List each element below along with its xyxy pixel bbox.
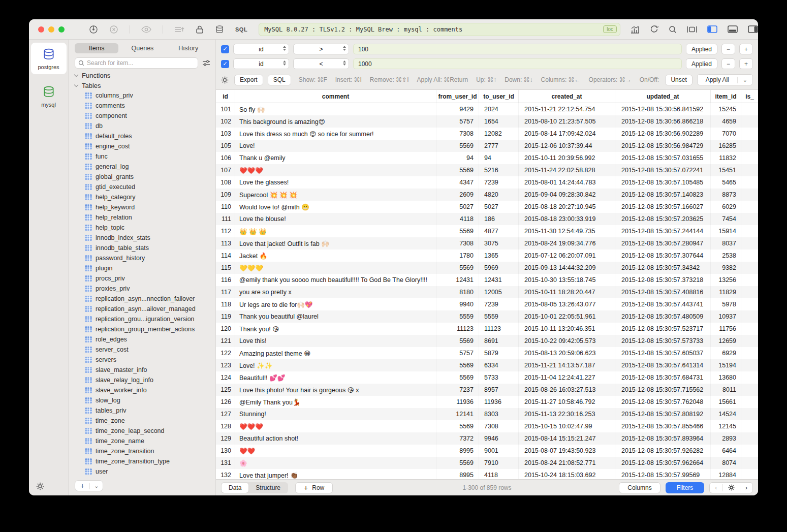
cell-is_[interactable] <box>741 140 758 152</box>
cell-comment[interactable]: Love this photo! Your hair is gorgeous 😘… <box>235 384 436 396</box>
cell-updated_at[interactable]: 2015-12-08 15:30:57.808192 <box>615 408 711 420</box>
cell-updated_at[interactable]: 2015-12-08 15:30:57.605037 <box>615 347 711 359</box>
cell-item_id[interactable]: 8074 <box>711 457 741 469</box>
table-row[interactable]: 122Amazing pastel theme 😁575758792015-08… <box>216 347 758 359</box>
table-row[interactable]: 107❤️❤️❤️556952162015-11-24 22:02:58.828… <box>216 164 758 176</box>
cell-updated_at[interactable]: 2015-12-08 15:30:57.715562 <box>615 384 711 396</box>
sidebar-table-item[interactable]: tables_priv <box>74 405 215 416</box>
cell-comment[interactable]: Jacket 🔥 <box>235 249 436 262</box>
cell-is_[interactable] <box>741 189 758 201</box>
cell-comment[interactable]: Thank you! 😘 <box>235 323 436 335</box>
filter-checkbox[interactable]: ✓ <box>221 60 229 68</box>
cell-created_at[interactable]: 2015-08-05 13:26:43.077 <box>519 298 615 310</box>
cell-from_user_id[interactable]: 12141 <box>436 408 479 420</box>
cell-from_user_id[interactable]: 5569 <box>436 359 479 371</box>
search-input[interactable]: Search for item... <box>75 57 198 69</box>
filter-applied-button[interactable]: Applied <box>686 44 717 54</box>
sidebar-table-item[interactable]: gtid_executed <box>74 182 215 192</box>
cell-created_at[interactable]: 2015-10-15 10:02:47.99 <box>519 420 615 432</box>
tab-items[interactable]: Items <box>75 43 118 53</box>
cell-created_at[interactable]: 2015-11-30 12:54:49.735 <box>519 225 615 237</box>
cell-updated_at[interactable]: 2015-12-08 15:30:56.841592 <box>615 103 711 115</box>
cell-from_user_id[interactable]: 8995 <box>436 469 479 479</box>
cell-item_id[interactable]: 13680 <box>711 371 741 384</box>
column-header-item_id[interactable]: item_id <box>711 90 741 103</box>
cell-is_[interactable] <box>741 176 758 189</box>
cell-comment[interactable]: ❤️❤️ <box>235 445 436 457</box>
sidebar-table-item[interactable]: role_edges <box>74 334 215 345</box>
cell-created_at[interactable]: 2015-10-11 20:39:56.992 <box>519 152 615 164</box>
cell-created_at[interactable]: 2015-11-04 12:24:41.227 <box>519 371 615 384</box>
cell-comment[interactable]: Love that jacket! Outfit is fab 🙌🏻 <box>235 237 436 249</box>
cell-comment[interactable]: Love that jumper! 👏🏾 <box>235 469 436 479</box>
cell-updated_at[interactable]: 2015-12-08 15:30:57.140823 <box>615 189 711 201</box>
cell-item_id[interactable]: 16285 <box>711 140 741 152</box>
cell-id[interactable]: 114 <box>216 249 235 262</box>
table-row[interactable]: 103Love this dress so much 😍 so nice for… <box>216 128 758 140</box>
cell-updated_at[interactable]: 2015-12-08 15:30:57.99569 <box>615 469 711 479</box>
cell-created_at[interactable]: 2015-12-06 10:37:39.44 <box>519 140 615 152</box>
table-row[interactable]: 101So fly 🙌🏻942920242015-11-21 22:12:54.… <box>216 103 758 115</box>
cell-comment[interactable]: Ur legs are to die for🙌🏻💖 <box>235 298 436 310</box>
cell-item_id[interactable]: 9382 <box>711 262 741 274</box>
cell-created_at[interactable]: 2015-10-24 18:15:03.692 <box>519 469 615 479</box>
table-row[interactable]: 108Love the glasses!434772392015-08-01 1… <box>216 176 758 189</box>
cell-from_user_id[interactable]: 5569 <box>436 371 479 384</box>
cell-is_[interactable] <box>741 310 758 323</box>
cell-is_[interactable] <box>741 128 758 140</box>
cell-to_user_id[interactable]: 5027 <box>479 201 519 213</box>
tab-data[interactable]: Data <box>222 483 248 493</box>
sidebar-table-item[interactable]: replication_group_member_actions <box>74 324 215 334</box>
sidebar-table-item[interactable]: engine_cost <box>74 141 215 151</box>
cell-id[interactable]: 127 <box>216 408 235 420</box>
cell-item_id[interactable]: 13256 <box>711 274 741 286</box>
cell-created_at[interactable]: 2015-08-18 20:27:10.945 <box>519 201 615 213</box>
cell-comment[interactable]: Love this! <box>235 335 436 347</box>
cell-comment[interactable]: 💛💛💛 <box>235 262 436 274</box>
cell-is_[interactable] <box>741 359 758 371</box>
cell-comment[interactable]: @emily thank you soooo much beautiful!!!… <box>235 274 436 286</box>
table-row[interactable]: 120Thank you! 😘11123111232015-10-11 13:2… <box>216 323 758 335</box>
minimize-window-button[interactable] <box>48 26 54 33</box>
cell-from_user_id[interactable]: 94 <box>436 152 479 164</box>
cell-is_[interactable] <box>741 469 758 479</box>
column-header-created_at[interactable]: created_at <box>519 90 615 103</box>
cell-id[interactable]: 108 <box>216 176 235 189</box>
cell-item_id[interactable]: 15194 <box>711 359 741 371</box>
cell-from_user_id[interactable]: 9429 <box>436 103 479 115</box>
cell-from_user_id[interactable]: 1780 <box>436 249 479 262</box>
cell-from_user_id[interactable]: 5569 <box>436 225 479 237</box>
cell-updated_at[interactable]: 2015-12-08 15:30:57.926282 <box>615 445 711 457</box>
cell-updated_at[interactable]: 2015-12-08 15:30:56.902289 <box>615 128 711 140</box>
filter-checkbox[interactable]: ✓ <box>221 45 229 53</box>
close-window-button[interactable] <box>38 26 44 33</box>
cell-item_id[interactable]: 8037 <box>711 237 741 249</box>
cell-is_[interactable] <box>741 396 758 408</box>
cell-created_at[interactable]: 2015-09-13 14:44:32.209 <box>519 262 615 274</box>
cell-created_at[interactable]: 2015-11-21 22:12:54.754 <box>519 103 615 115</box>
cell-comment[interactable]: Supercool 💥 💥 💥 <box>235 189 436 201</box>
cell-created_at[interactable]: 2015-08-26 16:03:27.513 <box>519 384 615 396</box>
cell-updated_at[interactable]: 2015-12-08 15:30:57.203625 <box>615 213 711 225</box>
remove-filter-button[interactable]: − <box>721 44 735 54</box>
sidebar-table-item[interactable]: proxies_priv <box>74 284 215 294</box>
cell-updated_at[interactable]: 2015-12-08 15:30:57.962664 <box>615 457 711 469</box>
settings-gear-icon[interactable] <box>36 482 44 490</box>
cell-item_id[interactable]: 6929 <box>711 347 741 359</box>
unset-button[interactable]: Unset <box>665 75 692 85</box>
sidebar-table-item[interactable]: plugin <box>74 263 215 273</box>
sidebar-table-item[interactable]: func <box>74 151 215 162</box>
table-row[interactable]: 125Love this photo! Your hair is gorgeou… <box>216 384 758 396</box>
connection-mysql[interactable]: mysql <box>31 80 67 112</box>
export-button[interactable]: Export <box>234 75 263 85</box>
cell-id[interactable]: 110 <box>216 201 235 213</box>
cell-item_id[interactable]: 10937 <box>711 310 741 323</box>
cell-is_[interactable] <box>741 152 758 164</box>
cell-created_at[interactable]: 2015-10-11 18:28:20.447 <box>519 286 615 298</box>
cell-id[interactable]: 103 <box>216 128 235 140</box>
cell-comment[interactable]: Love! <box>235 140 436 152</box>
columns-button[interactable]: Columns <box>619 482 660 493</box>
cell-item_id[interactable]: 11756 <box>711 323 741 335</box>
connection-postgres[interactable]: postgres <box>31 43 67 74</box>
filter-operator-select[interactable]: < <box>293 58 349 69</box>
